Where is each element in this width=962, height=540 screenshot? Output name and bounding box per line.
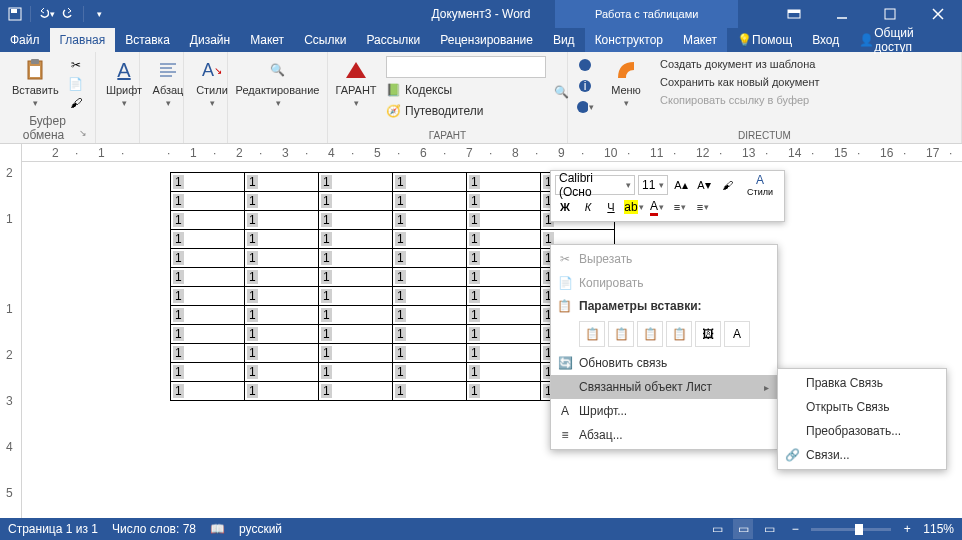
spellcheck-icon[interactable]: 📖 (210, 522, 225, 536)
ribbon-display-icon[interactable] (774, 0, 814, 28)
table-cell[interactable]: 1 (171, 192, 245, 211)
ctx-font[interactable]: AШрифт... (551, 399, 777, 423)
paragraph-group-button[interactable]: Абзац▾ (148, 56, 188, 110)
table-cell[interactable]: 1 (467, 230, 541, 249)
zoom-level[interactable]: 115% (923, 522, 954, 536)
table-cell[interactable]: 1 (393, 363, 467, 382)
vertical-ruler[interactable]: 21 12 34 5 (0, 162, 22, 522)
sub-open-link[interactable]: Открыть Связь (778, 395, 946, 419)
read-mode-icon[interactable]: ▭ (707, 519, 727, 539)
table-cell[interactable]: 1 (245, 268, 319, 287)
table-cell[interactable]: 1 (393, 344, 467, 363)
table-cell[interactable]: 1 (467, 192, 541, 211)
styles-mini-button[interactable]: АСтили (740, 175, 780, 195)
ctx-paragraph[interactable]: ≡Абзац... (551, 423, 777, 447)
mini-size-combo[interactable]: 11▾ (638, 175, 668, 195)
paste-opt-picture[interactable]: 🖼 (695, 321, 721, 347)
tell-me[interactable]: 💡 Помощ (727, 28, 802, 52)
italic-icon[interactable]: К (578, 197, 598, 217)
tab-mailings[interactable]: Рассылки (356, 28, 430, 52)
table-cell[interactable]: 1 (393, 173, 467, 192)
status-words[interactable]: Число слов: 78 (112, 522, 196, 536)
numbering-icon[interactable]: ≡▾ (693, 197, 713, 217)
status-language[interactable]: русский (239, 522, 282, 536)
qat-customize-icon[interactable]: ▾ (90, 5, 108, 23)
table-cell[interactable]: 1 (319, 192, 393, 211)
table-cell[interactable]: 1 (467, 268, 541, 287)
grow-font-icon[interactable]: A▴ (671, 175, 691, 195)
tab-references[interactable]: Ссылки (294, 28, 356, 52)
guides-link[interactable]: 🧭Путеводители (386, 102, 546, 120)
table-cell[interactable]: 1 (245, 325, 319, 344)
directum-btn3[interactable]: ▾ (576, 98, 594, 116)
font-group-button[interactable]: АШрифт▾ (104, 56, 144, 110)
format-painter-mini-icon[interactable]: 🖌 (717, 175, 737, 195)
directum-btn2[interactable]: i (576, 77, 594, 95)
copy-icon[interactable]: 📄 (67, 75, 85, 93)
table-cell[interactable]: 1 (319, 211, 393, 230)
table-cell[interactable]: 1 (467, 287, 541, 306)
table-cell[interactable]: 1 (245, 173, 319, 192)
paste-opt-keep-source[interactable]: 📋 (579, 321, 605, 347)
table-cell[interactable]: 1 (245, 249, 319, 268)
table-cell[interactable]: 1 (393, 192, 467, 211)
share-button[interactable]: 👤 Общий доступ (849, 28, 962, 52)
table-cell[interactable]: 1 (393, 211, 467, 230)
table-cell[interactable]: 1 (319, 363, 393, 382)
sub-links[interactable]: 🔗Связи... (778, 443, 946, 467)
web-layout-icon[interactable]: ▭ (759, 519, 779, 539)
save-as-new[interactable]: Сохранить как новый документ (660, 74, 820, 90)
table-cell[interactable]: 1 (319, 344, 393, 363)
table-cell[interactable]: 1 (319, 249, 393, 268)
table-cell[interactable]: 1 (393, 306, 467, 325)
kodeksy-link[interactable]: 📗Кодексы (386, 81, 546, 99)
directum-menu-button[interactable]: Меню▾ (606, 56, 646, 110)
bullets-icon[interactable]: ≡▾ (670, 197, 690, 217)
status-page[interactable]: Страница 1 из 1 (8, 522, 98, 536)
zoom-in-icon[interactable]: + (897, 519, 917, 539)
table-cell[interactable]: 1 (245, 344, 319, 363)
table-cell[interactable]: 1 (171, 363, 245, 382)
table-cell[interactable]: 1 (171, 344, 245, 363)
tab-table-layout[interactable]: Макет (673, 28, 727, 52)
document-table[interactable]: 1111111111111111111111111111111111111111… (170, 172, 615, 401)
sign-in[interactable]: Вход (802, 28, 849, 52)
sub-edit-link[interactable]: Правка Связь (778, 371, 946, 395)
cut-icon[interactable]: ✂ (67, 56, 85, 74)
editing-group-button[interactable]: 🔍Редактирование▾ (236, 56, 319, 110)
undo-icon[interactable]: ▾ (37, 5, 55, 23)
tab-layout[interactable]: Макет (240, 28, 294, 52)
font-color-icon[interactable]: А▾ (647, 197, 667, 217)
underline-icon[interactable]: Ч (601, 197, 621, 217)
table-cell[interactable]: 1 (245, 192, 319, 211)
table-cell[interactable]: 1 (245, 287, 319, 306)
table-cell[interactable]: 1 (393, 249, 467, 268)
tab-view[interactable]: Вид (543, 28, 585, 52)
table-cell[interactable]: 1 (319, 268, 393, 287)
format-painter-icon[interactable]: 🖌 (67, 94, 85, 112)
table-cell[interactable]: 1 (171, 287, 245, 306)
search-icon[interactable]: 🔍 (554, 83, 569, 101)
paste-opt-text[interactable]: A (724, 321, 750, 347)
table-cell[interactable]: 1 (393, 325, 467, 344)
shrink-font-icon[interactable]: A▾ (694, 175, 714, 195)
table-cell[interactable]: 1 (467, 306, 541, 325)
table-cell[interactable]: 1 (319, 382, 393, 401)
table-cell[interactable]: 1 (467, 249, 541, 268)
redo-icon[interactable] (59, 5, 77, 23)
close-button[interactable] (918, 0, 958, 28)
garant-search-input[interactable] (386, 56, 546, 78)
styles-group-button[interactable]: А↘Стили▾ (192, 56, 232, 110)
ctx-linked-object[interactable]: Связанный объект Лист▸ (551, 375, 777, 399)
tab-review[interactable]: Рецензирование (430, 28, 543, 52)
paste-button[interactable]: Вставить ▾ (8, 56, 63, 110)
table-cell[interactable]: 1 (171, 382, 245, 401)
table-cell[interactable]: 1 (319, 325, 393, 344)
table-cell[interactable]: 1 (319, 173, 393, 192)
maximize-button[interactable] (870, 0, 910, 28)
table-cell[interactable]: 1 (467, 173, 541, 192)
tab-file[interactable]: Файл (0, 28, 50, 52)
table-cell[interactable]: 1 (245, 382, 319, 401)
bold-icon[interactable]: Ж (555, 197, 575, 217)
table-cell[interactable]: 1 (393, 230, 467, 249)
